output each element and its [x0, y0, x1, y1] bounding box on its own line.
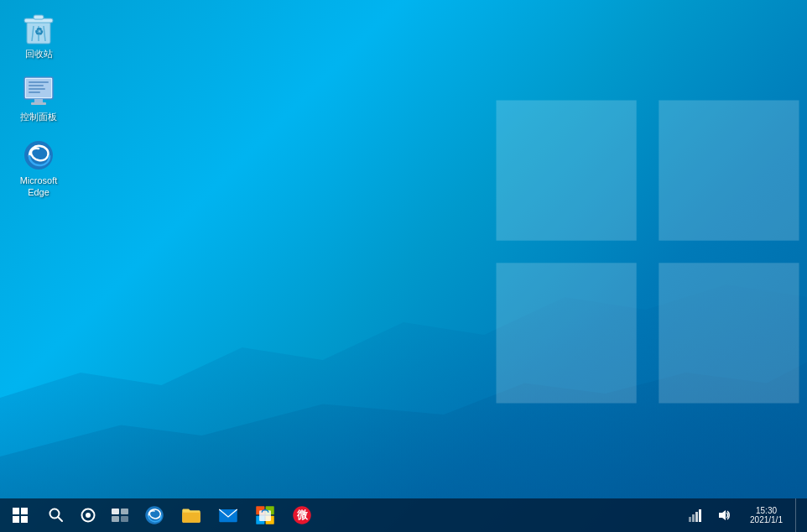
recycle-bin-label: 回收站: [25, 48, 53, 60]
svg-rect-38: [259, 510, 271, 521]
svg-rect-31: [121, 516, 128, 522]
svg-text:微: 微: [296, 509, 309, 521]
svg-line-25: [58, 517, 62, 521]
svg-rect-14: [31, 102, 46, 105]
svg-rect-13: [34, 99, 43, 102]
svg-rect-29: [121, 509, 128, 514]
taskbar: 微: [0, 498, 807, 532]
taskbar-mail[interactable]: [210, 498, 247, 532]
recycle-bin-icon-img: ♻: [22, 12, 55, 45]
edge-label: Microsoft Edge: [12, 175, 65, 199]
svg-rect-20: [13, 508, 19, 514]
desktop-icon-control-panel[interactable]: 控制面板: [8, 71, 69, 126]
tray-date: 2021/1/1: [750, 515, 783, 524]
edge-icon-img: [22, 138, 55, 172]
svg-rect-17: [29, 88, 45, 90]
show-desktop-button[interactable]: [795, 498, 800, 532]
svg-rect-3: [659, 263, 799, 403]
svg-rect-43: [695, 512, 698, 522]
svg-rect-41: [689, 517, 691, 522]
svg-rect-22: [13, 516, 19, 523]
control-panel-label: 控制面板: [20, 111, 57, 123]
windows-logo-watermark: [488, 17, 807, 487]
desktop: ♻ 回收站: [0, 0, 807, 532]
svg-rect-30: [112, 516, 119, 522]
taskbar-pinned-apps: 微: [136, 498, 320, 532]
volume-tray-icon[interactable]: [711, 498, 737, 532]
svg-marker-45: [719, 510, 726, 520]
svg-rect-18: [29, 91, 40, 93]
svg-rect-44: [699, 509, 701, 522]
svg-rect-23: [21, 516, 28, 523]
taskbar-weibo[interactable]: 微: [284, 498, 320, 532]
svg-rect-1: [659, 101, 799, 241]
svg-rect-6: [34, 15, 44, 19]
svg-rect-0: [497, 101, 637, 241]
svg-rect-2: [497, 263, 637, 403]
tray-time: 15:30: [756, 506, 777, 515]
taskbar-tray: 15:30 2021/1/1: [682, 498, 807, 532]
svg-point-27: [86, 513, 91, 518]
control-panel-icon-img: [22, 75, 55, 108]
svg-rect-15: [29, 81, 49, 83]
desktop-icon-recycle-bin[interactable]: ♻ 回收站: [8, 8, 69, 63]
svg-rect-28: [112, 509, 119, 514]
taskbar-file-explorer[interactable]: [173, 498, 210, 532]
svg-rect-42: [692, 514, 695, 522]
desktop-icons-container: ♻ 回收站: [8, 8, 69, 201]
start-button[interactable]: [0, 498, 40, 532]
taskbar-store[interactable]: [247, 498, 284, 532]
search-button[interactable]: [40, 498, 72, 532]
cortana-button[interactable]: [72, 498, 104, 532]
tray-clock[interactable]: 15:30 2021/1/1: [739, 498, 794, 532]
network-tray-icon[interactable]: [682, 498, 709, 532]
task-view-button[interactable]: [104, 498, 136, 532]
svg-rect-21: [21, 508, 28, 514]
taskbar-edge[interactable]: [136, 498, 173, 532]
svg-rect-16: [29, 85, 44, 86]
svg-text:♻: ♻: [34, 26, 44, 38]
desktop-icon-edge[interactable]: Microsoft Edge: [8, 135, 69, 202]
